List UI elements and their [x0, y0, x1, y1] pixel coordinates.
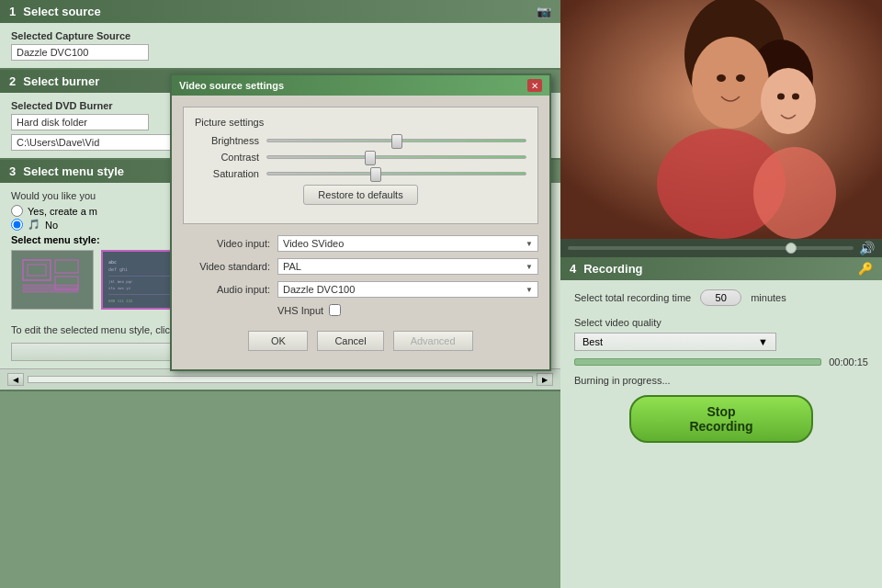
time-label: Select total recording time [574, 292, 691, 303]
contrast-row: Contrast [195, 152, 526, 163]
quality-select[interactable]: Best ▼ [574, 333, 776, 351]
brightness-row: Brightness [195, 135, 526, 146]
dialog-body: Picture settings Brightness Contrast [172, 96, 549, 369]
brightness-track[interactable] [266, 139, 526, 142]
svg-point-21 [692, 37, 769, 129]
video-preview: 🔊 [560, 0, 882, 257]
svg-point-24 [753, 147, 836, 239]
contrast-thumb[interactable] [365, 151, 376, 165]
cancel-button[interactable]: Cancel [317, 331, 383, 351]
audio-input-label: Audio input: [183, 284, 270, 295]
svg-point-28 [792, 94, 799, 100]
brightness-thumb[interactable] [391, 134, 402, 149]
audio-input-row: Audio input: Dazzle DVC100 ▼ [183, 281, 538, 298]
saturation-track[interactable] [266, 172, 526, 175]
section-4-num: 4 [570, 262, 576, 276]
section-4: 4 Recording 🔑 Select total recording tim… [560, 257, 882, 588]
audio-input-value: Dazzle DVC100 [283, 284, 355, 295]
progress-bar [574, 358, 821, 366]
time-input[interactable]: 50 [700, 289, 741, 306]
settings-icon: 🔑 [858, 262, 873, 276]
quality-label: Select video quality [574, 317, 868, 328]
preview-svg [560, 0, 882, 239]
contrast-label: Contrast [195, 152, 259, 163]
contrast-track[interactable] [266, 155, 526, 159]
burning-label: Burning in progress... [574, 375, 868, 386]
restore-defaults-button[interactable]: Restore to defaults [303, 185, 417, 205]
audio-input-select[interactable]: Dazzle DVC100 ▼ [277, 281, 538, 298]
dialog-overlay: Video source settings ✕ Picture settings… [0, 0, 560, 588]
section-4-title: Recording [583, 262, 642, 276]
saturation-thumb[interactable] [370, 167, 381, 182]
stop-recording-button[interactable]: StopRecording [629, 395, 813, 443]
volume-track[interactable] [568, 246, 854, 250]
ok-button[interactable]: OK [248, 331, 308, 351]
dialog-close-button[interactable]: ✕ [527, 79, 542, 92]
svg-point-22 [761, 68, 816, 134]
vhs-input-row: VHS Input [183, 304, 538, 316]
advanced-button[interactable]: Advanced [393, 331, 473, 351]
svg-point-25 [717, 74, 726, 82]
dialog-title-text: Video source settings [179, 80, 284, 91]
video-source-dialog: Video source settings ✕ Picture settings… [170, 74, 551, 371]
saturation-row: Saturation [195, 168, 526, 179]
video-input-label: Video input: [183, 238, 270, 249]
picture-settings-group: Picture settings Brightness Contrast [183, 107, 538, 224]
left-panel: 1 Select source 📷 Selected Capture Sourc… [0, 0, 560, 588]
svg-point-26 [736, 74, 745, 82]
video-standard-label: Video standard: [183, 261, 270, 272]
time-row: Select total recording time 50 minutes [574, 289, 868, 306]
section-4-header: 4 Recording 🔑 [560, 257, 882, 280]
video-standard-value: PAL [283, 261, 301, 272]
right-panel: 🔊 4 Recording 🔑 Select total recording t… [560, 0, 882, 588]
time-unit: minutes [751, 292, 786, 303]
preview-image [560, 0, 882, 239]
recording-content: Select total recording time 50 minutes S… [560, 280, 882, 452]
vhs-checkbox[interactable] [329, 304, 341, 316]
picture-settings-legend: Picture settings [195, 117, 526, 128]
progress-time: 00:00:15 [829, 356, 868, 368]
progress-container: 00:00:15 [574, 356, 868, 368]
saturation-label: Saturation [195, 168, 259, 179]
video-standard-select[interactable]: PAL ▼ [277, 258, 538, 275]
volume-thumb[interactable] [786, 243, 797, 254]
video-input-value: Video SVideo [283, 238, 344, 249]
svg-point-27 [777, 94, 785, 100]
quality-arrow: ▼ [758, 336, 768, 347]
video-input-row: Video input: Video SVideo ▼ [183, 235, 538, 252]
quality-value: Best [582, 336, 603, 347]
brightness-label: Brightness [195, 135, 259, 146]
audio-input-arrow: ▼ [526, 286, 533, 294]
video-input-arrow: ▼ [526, 240, 533, 248]
dialog-title-bar: Video source settings ✕ [172, 75, 549, 96]
volume-icon: 🔊 [859, 241, 875, 255]
video-standard-row: Video standard: PAL ▼ [183, 258, 538, 275]
video-standard-arrow: ▼ [526, 263, 533, 271]
video-input-select[interactable]: Video SVideo ▼ [277, 235, 538, 252]
dialog-footer: OK Cancel Advanced [183, 323, 538, 358]
vhs-label: VHS Input [277, 305, 323, 316]
volume-bar: 🔊 [560, 239, 882, 257]
